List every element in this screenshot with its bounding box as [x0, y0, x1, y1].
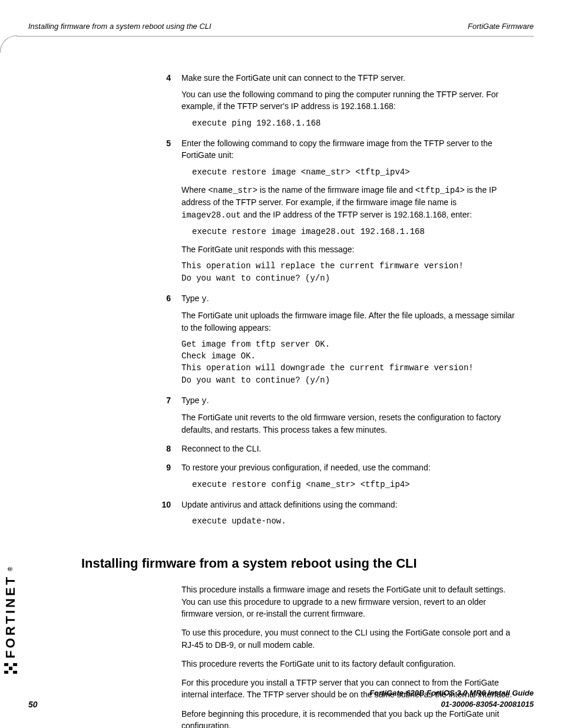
step-text: The ForitGate unit responds with this me… — [181, 243, 516, 255]
step-4: 4 Make sure the FortiGate unit can conne… — [181, 72, 516, 135]
paragraph: This procedure reverts the FortiGate uni… — [181, 658, 516, 670]
step-text: You can use the following command to pin… — [181, 88, 516, 113]
trademark-symbol: ® — [6, 567, 15, 571]
step-text: Where <name_str> is the name of the firm… — [181, 184, 516, 221]
step-8: 8 Reconnect to the CLI. — [181, 443, 516, 459]
code-block: execute restore image image28.out 192.16… — [192, 226, 516, 238]
code-block: Get image from tftp server OK. Check ima… — [181, 338, 516, 386]
code-block: execute restore image <name_str> <tftp_i… — [192, 166, 516, 178]
step-body: Reconnect to the CLI. — [181, 443, 516, 459]
step-text: Type y. — [181, 292, 516, 305]
step-text: Enter the following command to copy the … — [181, 137, 516, 162]
header-section-title: Installing firmware from a system reboot… — [28, 21, 211, 32]
step-text: To restore your previous configuration, … — [181, 462, 516, 473]
page-number: 50 — [28, 699, 38, 710]
code-block: execute update-now. — [192, 515, 516, 527]
step-number: 6 — [158, 292, 181, 392]
step-7: 7 Type y. The FortiGate unit reverts to … — [181, 394, 516, 440]
step-text: Type y. — [181, 394, 516, 407]
step-body: Update antivirus and attack definitions … — [181, 499, 516, 533]
footer-doc-info: FortiGate-620B FortiOS 3.0 MR6 Install G… — [369, 688, 534, 710]
step-body: Type y. The FortiGate unit reverts to th… — [181, 394, 516, 440]
page-footer: 50 FortiGate-620B FortiOS 3.0 MR6 Instal… — [28, 688, 534, 710]
fortinet-logo-icon — [4, 663, 17, 674]
step-text: Make sure the FortiGate unit can connect… — [181, 72, 516, 84]
step-9: 9 To restore your previous configuration… — [181, 462, 516, 496]
step-number: 7 — [158, 394, 181, 440]
header-chapter-title: FortiGate Firmware — [468, 21, 534, 32]
fortinet-logo: FORTINET ® — [1, 567, 20, 675]
inline-code: y — [201, 294, 206, 304]
code-block: execute ping 192.168.1.168 — [192, 117, 516, 129]
step-number: 10 — [158, 499, 181, 533]
section-heading: Installing firmware from a system reboot… — [81, 554, 516, 573]
code-block: execute restore config <name_str> <tftp_… — [192, 479, 516, 490]
main-content: 4 Make sure the FortiGate unit can conne… — [181, 72, 516, 728]
paragraph: This procedure installs a firmware image… — [181, 584, 516, 620]
footer-guide-title: FortiGate-620B FortiOS 3.0 MR6 Install G… — [369, 688, 534, 699]
fortinet-logo-text: FORTINET — [1, 575, 20, 658]
code-block: This operation will replace the current … — [181, 260, 516, 284]
step-number: 8 — [158, 443, 181, 459]
step-text: Reconnect to the CLI. — [181, 443, 516, 454]
inline-code: imagev28.out — [181, 210, 241, 220]
step-body: Enter the following command to copy the … — [181, 137, 516, 290]
step-body: Make sure the FortiGate unit can connect… — [181, 72, 516, 135]
step-number: 4 — [158, 72, 181, 135]
step-text: The FortiGate unit uploads the firmware … — [181, 309, 516, 334]
step-10: 10 Update antivirus and attack definitio… — [181, 499, 516, 533]
paragraph: Before beginning this procedure, it is r… — [181, 708, 516, 728]
step-text: Update antivirus and attack definitions … — [181, 499, 516, 510]
footer-doc-id: 01-30006-83054-20081015 — [369, 699, 534, 710]
inline-code: y — [201, 396, 206, 406]
inline-code: <tftp_ip4> — [415, 186, 465, 195]
step-text: The FortiGate unit reverts to the old fi… — [181, 411, 516, 436]
step-body: Type y. The FortiGate unit uploads the f… — [181, 292, 516, 392]
paragraph: To use this procedure, you must connect … — [181, 627, 516, 651]
step-body: To restore your previous configuration, … — [181, 462, 516, 496]
inline-code: <name_str> — [208, 186, 257, 195]
page-header: Installing firmware from a system reboot… — [16, 21, 534, 37]
step-number: 5 — [158, 137, 181, 290]
step-6: 6 Type y. The FortiGate unit uploads the… — [181, 292, 516, 392]
step-5: 5 Enter the following command to copy th… — [181, 137, 516, 290]
step-number: 9 — [158, 462, 181, 496]
